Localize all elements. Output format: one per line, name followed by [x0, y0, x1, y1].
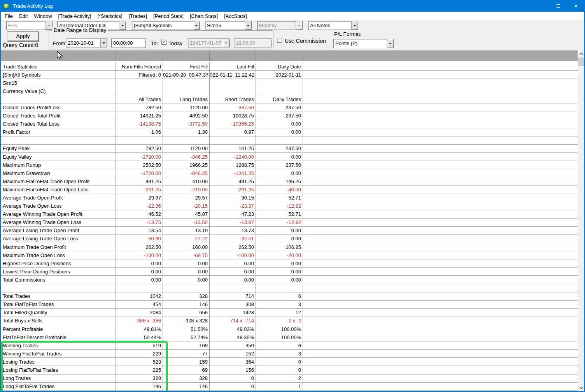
row-filler: [303, 243, 578, 251]
table-row[interactable]: [Sim]All SymbolsFiltered: 0021-09-20 09:…: [1, 71, 578, 79]
table-row[interactable]: Highest Price During Positions0.000.000.…: [1, 259, 578, 268]
table-row[interactable]: Losing Trades5231593640: [1, 358, 578, 366]
account-combo[interactable]: Sim15: [205, 21, 252, 30]
chevron-down-icon: [121, 25, 124, 26]
menu-acc-stats[interactable]: [AccStats]: [224, 12, 247, 20]
to-time-field[interactable]: 19:00:00: [234, 38, 271, 47]
to-label: To:: [151, 40, 158, 46]
table-row[interactable]: [1, 136, 578, 145]
table-row[interactable]: Sim15: [1, 79, 578, 87]
table-row[interactable]: Winning Trades5191693506: [1, 341, 578, 350]
pl-format-combo-arrow[interactable]: [387, 39, 393, 48]
table-row[interactable]: FlatToFlat Percent Profitable50.44%52.74…: [1, 333, 578, 341]
cell: 523: [116, 358, 163, 366]
table-row[interactable]: Winning FlatToFlat Trades229771523: [1, 350, 578, 358]
maximize-button[interactable]: [549, 0, 567, 12]
chevron-down-icon: [353, 25, 356, 26]
menu-edit[interactable]: Edit: [19, 12, 28, 20]
table-row[interactable]: Profit Factor1.061.300.970.00: [1, 128, 578, 136]
notes-combo[interactable]: All Notes: [308, 21, 358, 30]
cell: 0.00: [116, 268, 163, 275]
menu-file[interactable]: File: [5, 12, 13, 20]
table-row[interactable]: Closed Trades Profit/Loss782.501120.00-3…: [1, 103, 578, 112]
table-row[interactable]: Equity Valley-1720.00-846.25-1240.000.00: [1, 153, 578, 161]
fills-combo[interactable]: Fills: [6, 21, 53, 30]
cell: [210, 87, 256, 95]
header-cell: [116, 51, 163, 61]
apply-button[interactable]: Apply: [7, 32, 39, 41]
row-label: [1, 284, 116, 292]
menu-trades[interactable]: [Trades]: [129, 12, 147, 20]
vertical-scrollbar[interactable]: [578, 51, 584, 391]
cell: 328: [116, 374, 163, 382]
from-time-field[interactable]: 00:00:00: [111, 38, 146, 47]
table-row[interactable]: Total Commissions0.000.000.000.00: [1, 276, 578, 284]
symbols-combo-arrow[interactable]: [193, 21, 200, 30]
table-row[interactable]: Lowest Price During Positions0.000.000.0…: [1, 268, 578, 276]
row-label: Long Trades: [1, 374, 116, 382]
cell: Daily Trades: [256, 95, 303, 103]
menu-chart-stats[interactable]: [Chart Stats]: [190, 12, 218, 20]
cell: 77: [163, 350, 210, 357]
table-row[interactable]: Maximum Trade Open Loss-100.00-68.75-100…: [1, 251, 578, 259]
use-commission-checkbox[interactable]: [277, 38, 282, 43]
table-row[interactable]: Average Winning Trade Open Loss-13.75-13…: [1, 219, 578, 227]
table-row[interactable]: Trade StatisticsNum Fills FilteredFirst …: [1, 63, 578, 71]
table-row[interactable]: Average Trade Open Loss-22.36-20.15-23.3…: [1, 202, 578, 210]
symbols-combo[interactable]: [Sim]All Symbols: [132, 21, 200, 30]
table-row[interactable]: Average Losing Trade Open Loss-30.90-27.…: [1, 235, 578, 243]
table-row[interactable]: Maximum Trade Open Profit262.50160.00262…: [1, 243, 578, 251]
table-row[interactable]: Currency Value (C): [1, 87, 578, 95]
table-row[interactable]: Maximum FlatToFlat Trade Open Profit491.…: [1, 177, 578, 186]
period-combo-arrow[interactable]: [296, 21, 302, 30]
pl-format-combo[interactable]: Points (P): [333, 39, 394, 48]
table-row[interactable]: Maximum Drawdown-1720.00-846.25-1341.250…: [1, 169, 578, 177]
scroll-up-button[interactable]: [578, 51, 585, 57]
row-label: Average Winning Trade Open Loss: [1, 219, 116, 226]
scroll-down-button[interactable]: [578, 385, 585, 391]
today-checkbox[interactable]: ✓: [161, 40, 166, 45]
table-row[interactable]: Maximum FlatToFlat Trade Open Loss-291.2…: [1, 186, 578, 194]
table-row[interactable]: Closed Trades Total Loss-14138.75-3772.5…: [1, 120, 578, 128]
menu-trade-activity[interactable]: [Trade Activity]: [58, 12, 91, 20]
cell: 262.50: [210, 243, 256, 251]
account-combo-arrow[interactable]: [245, 21, 251, 30]
to-date-combo[interactable]: 294177-01-07: [188, 38, 230, 47]
from-date-combo-arrow[interactable]: [100, 39, 107, 47]
table-row[interactable]: Average Trade Open Profit29.9729.5730.15…: [1, 194, 578, 202]
table-row[interactable]: [1, 284, 578, 292]
menu-statistics[interactable]: [*Statistics]: [97, 12, 122, 20]
table-row[interactable]: Total Buys x Sells-386 x -386328 x 328-7…: [1, 317, 578, 325]
table-row[interactable]: Losing FlatToFlat Trades225691560: [1, 366, 578, 374]
table-row[interactable]: Long Trades32832802: [1, 374, 578, 383]
table-row[interactable]: Total Filled Quantity2084656142812: [1, 309, 578, 317]
table-row[interactable]: Maximum Runup2502.501966.251288.75237.50: [1, 161, 578, 169]
cell: -100.00: [210, 251, 256, 259]
cell: -32.51: [210, 235, 256, 243]
close-button[interactable]: ✕: [567, 0, 585, 12]
notes-combo-arrow[interactable]: [351, 21, 358, 30]
menu-window[interactable]: Window: [34, 12, 52, 20]
table-row[interactable]: Total Trades10423287146: [1, 292, 578, 301]
cell: 2022-01-11: [256, 71, 303, 79]
fills-combo-arrow[interactable]: [46, 21, 52, 30]
from-date-combo[interactable]: 2020-10-01: [66, 38, 107, 47]
scrollbar-thumb[interactable]: [578, 58, 584, 66]
period-combo[interactable]: Monthly: [257, 21, 303, 30]
minimize-button[interactable]: [531, 0, 549, 12]
order-ids-combo-arrow[interactable]: [119, 21, 126, 30]
cell: 50.44%: [116, 333, 163, 341]
table-row[interactable]: Closed Trades Total Profit14921.254892.5…: [1, 112, 578, 120]
table-row[interactable]: Long FlatToFlat Trades14614601: [1, 383, 578, 391]
menu-period-stats[interactable]: [Period Stats]: [153, 12, 184, 20]
to-date-combo-arrow[interactable]: [223, 39, 229, 47]
table-row[interactable]: Percent Profitable49.81%51.52%49.02%100.…: [1, 325, 578, 333]
table-row[interactable]: Average Winning Trade Open Profit46.5245…: [1, 210, 578, 219]
table-row[interactable]: All TradesLong TradesShort TradesDaily T…: [1, 95, 578, 103]
table-row[interactable]: Total FlatToFlat Trades4541463083: [1, 301, 578, 309]
row-label: Highest Price During Positions: [1, 259, 116, 267]
cell: 146: [116, 383, 163, 390]
table-row[interactable]: Equity Peak782.501120.00101.25237.50: [1, 145, 578, 153]
cell: 29.57: [163, 194, 210, 202]
table-row[interactable]: Average Losing Trade Open Profit13.5413.…: [1, 227, 578, 235]
